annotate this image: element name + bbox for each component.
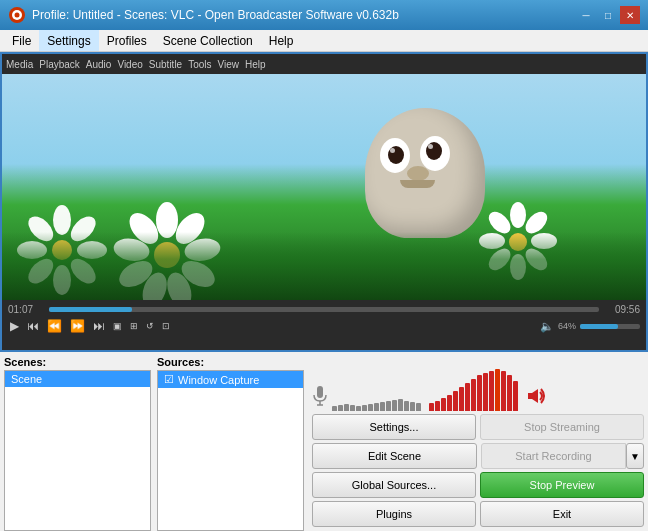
vlc-menu-tools[interactable]: Tools [188,59,211,70]
vlc-volume-label: 64% [558,321,576,331]
vlc-toolbar: Media Playback Audio Video Subtitle Tool… [2,54,646,74]
vlc-controls: 01:07 09:56 ▶ ⏮ ⏪ ⏩ ⏭ ▣ ⊞ ↺ ⊡ [2,300,646,350]
vlc-prev-button[interactable]: ⏮ [25,319,41,333]
menu-file[interactable]: File [4,30,39,51]
menu-scene-collection[interactable]: Scene Collection [155,30,261,51]
video-area [2,74,646,300]
vlc-btn8[interactable]: ⊡ [160,321,172,331]
vlc-progress-row: 01:07 09:56 [8,304,640,315]
source-name: Window Capture [178,374,259,386]
scenes-label: Scenes: [4,356,151,368]
speaker-icon [524,385,546,411]
vlc-time-remaining: 09:56 [605,304,640,315]
sources-label: Sources: [157,356,304,368]
audio-meters-row [312,356,644,411]
vlc-container: Media Playback Audio Video Subtitle Tool… [0,52,648,352]
vlc-btn7[interactable]: ↺ [144,321,156,331]
vlc-volume: 🔈 64% [540,320,640,333]
menu-settings[interactable]: Settings [39,30,98,51]
title-bar: Profile: Untitled - Scenes: VLC - Open B… [0,0,648,30]
stop-streaming-button: Stop Streaming [480,414,644,440]
vlc-volume-fill [580,324,618,329]
close-button[interactable]: ✕ [620,6,640,24]
input-level-meters [332,366,421,411]
vlc-menu-subtitle[interactable]: Subtitle [149,59,182,70]
vlc-play-button[interactable]: ▶ [8,319,21,333]
vlc-next-button[interactable]: ⏭ [91,319,107,333]
vlc-btn6[interactable]: ⊞ [128,321,140,331]
buttons-row-1: Settings... Stop Streaming [312,414,644,440]
vlc-menu-playback[interactable]: Playback [39,59,80,70]
plugins-button[interactable]: Plugins [312,501,476,527]
edit-scene-button[interactable]: Edit Scene [312,443,477,469]
vlc-volume-bar[interactable] [580,324,640,329]
buttons-row-4: Plugins Exit [312,501,644,527]
lower-section: Scenes: Scene Sources: ☑ Window Capture [0,352,648,531]
sources-list[interactable]: ☑ Window Capture [157,370,304,531]
sources-panel: Sources: ☑ Window Capture [157,356,304,531]
start-recording-dropdown[interactable]: ▼ [626,443,644,469]
stop-preview-button[interactable]: Stop Preview [480,472,644,498]
svg-rect-3 [317,386,323,398]
minimize-button[interactable]: ─ [576,6,596,24]
exit-button[interactable]: Exit [480,501,644,527]
app-icon [8,6,26,24]
scenes-list[interactable]: Scene [4,370,151,531]
vlc-menu-video[interactable]: Video [117,59,142,70]
maximize-button[interactable]: □ [598,6,618,24]
menu-profiles[interactable]: Profiles [99,30,155,51]
scenes-panel: Scenes: Scene [4,356,151,531]
buttons-row-2: Edit Scene Start Recording ▼ [312,443,644,469]
svg-point-2 [15,13,20,18]
vlc-progress-fill [49,307,132,312]
buttons-row-3: Global Sources... Stop Preview [312,472,644,498]
menu-help[interactable]: Help [261,30,302,51]
vlc-buttons: ▶ ⏮ ⏪ ⏩ ⏭ ▣ ⊞ ↺ ⊡ 🔈 64% [8,319,640,333]
vlc-menu-help[interactable]: Help [245,59,266,70]
character [365,108,485,238]
settings-button[interactable]: Settings... [312,414,476,440]
global-sources-button[interactable]: Global Sources... [312,472,476,498]
start-recording-button: Start Recording [481,443,626,469]
source-checkbox[interactable]: ☑ [164,373,174,386]
main-content: Media Playback Audio Video Subtitle Tool… [0,52,648,531]
source-item-0[interactable]: ☑ Window Capture [158,371,303,388]
mic-icon [312,385,328,411]
vlc-volume-icon: 🔈 [540,320,554,333]
vlc-menu-audio[interactable]: Audio [86,59,112,70]
window-controls: ─ □ ✕ [576,6,640,24]
vlc-forward-button[interactable]: ⏩ [68,319,87,333]
vlc-back-button[interactable]: ⏪ [45,319,64,333]
vlc-time-elapsed: 01:07 [8,304,43,315]
menu-bar: File Settings Profiles Scene Collection … [0,30,648,52]
vlc-menu-media[interactable]: Media [6,59,33,70]
vlc-btn5[interactable]: ▣ [111,321,124,331]
output-level-meters [429,366,518,411]
scene-item-0[interactable]: Scene [5,371,150,387]
vlc-inner: Media Playback Audio Video Subtitle Tool… [2,54,646,350]
svg-marker-6 [528,389,538,403]
vlc-menu-view[interactable]: View [218,59,240,70]
vlc-progress-bar[interactable] [49,307,599,312]
window-title: Profile: Untitled - Scenes: VLC - Open B… [32,8,576,22]
video-scene [2,74,646,300]
